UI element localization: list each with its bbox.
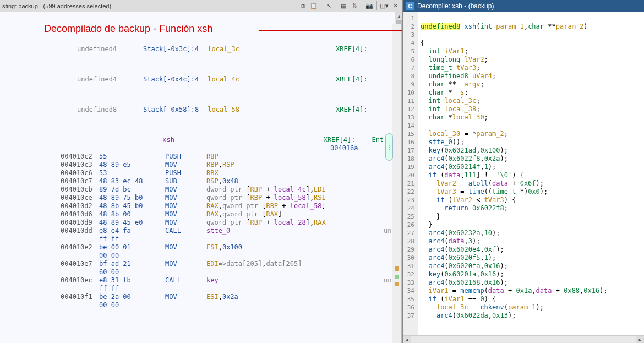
asm-row[interactable]: 00 00 [0,252,400,260]
copy-icon[interactable]: ⧉ [298,1,308,11]
decompile-view[interactable]: 1234567891011121314151617181920212223242… [403,12,644,335]
asm-row[interactable]: 004010d248 8b 45 b0MOVRAX,qword ptr [RBP… [0,202,400,210]
decomp-line[interactable] [421,14,644,23]
open-window-icon[interactable]: ◫▾ [379,1,389,11]
decomp-line[interactable]: arc4(0x6020e4,0xf); [421,246,644,254]
decomp-line[interactable]: arc4(0x602168,0x16); [421,279,644,287]
separator [321,1,321,10]
close-icon[interactable]: ✕ [390,1,400,11]
function-label-row: xshXREF[4]:Entry P [0,136,400,144]
scroll-up-icon[interactable]: ▲ [395,12,402,20]
decomp-line[interactable]: arc4(0x6022da,0x13); [421,312,644,320]
split-handle[interactable]: ⋮ [385,133,393,161]
decomp-line[interactable]: char *local_30; [421,113,644,122]
decomp-line[interactable] [421,31,644,39]
asm-row[interactable]: 60 00 [0,268,400,276]
separator [376,1,377,10]
scroll-left-icon[interactable]: ◀ [403,336,411,343]
asm-row[interactable]: 004010dde8 e4 faCALLstte_0unde [0,227,400,235]
overview-rail[interactable] [392,24,402,343]
decomp-line[interactable]: local_3c = chkenv(param_1); [421,303,644,312]
cursor-icon[interactable]: ↖ [324,1,334,11]
asm-row[interactable]: 004010c653PUSHRBX [0,169,400,177]
decomp-line[interactable]: stte_0(); [421,138,644,146]
decomp-line[interactable]: arc4(0x60214f,1); [421,163,644,171]
scroll-right-icon[interactable]: ▶ [636,336,644,343]
marker [395,266,399,271]
decomp-line[interactable]: time_t tVar3; [421,64,644,72]
decomp-line[interactable]: char **__argv; [421,80,644,89]
decomp-line[interactable]: undefined8 uVar4; [421,72,644,80]
annotation-title: Decompilado de backup - Función xsh [44,23,212,35]
asm-row[interactable]: 004010ece8 31 fbCALLkeyunde [0,276,400,285]
separator [362,1,362,10]
decomp-line[interactable]: key(0x6021ad,0x100); [421,146,644,155]
asm-row[interactable]: 004010e2be 00 01MOVESI,0x100 [0,243,400,252]
c-lang-icon: C [406,2,414,10]
asm-row[interactable]: 004010c748 83 ec 48SUBRSP,0x48 [0,177,400,186]
decomp-line[interactable]: int iVar1; [421,47,644,56]
decomp-line[interactable]: } [421,213,644,221]
listing-titlebar: sting: backup - (599 addresses selected)… [0,0,402,12]
decompile-titlebar: C Decompile: xsh - (backup) [403,0,644,12]
listing-view[interactable]: Decompilado de backup - Función xsh unde… [0,12,402,343]
asm-row[interactable]: 004010c348 89 e5MOVRBP,RSP [0,161,400,169]
listing-prefix: sting: [2,3,18,9]
asm-row[interactable]: 004010d648 8b 00MOVRAX,qword ptr [RAX] [0,210,400,219]
decomp-line[interactable]: return 0x6022f8; [421,204,644,213]
decomp-line[interactable]: iVar1 = memcmp(data + 0x1a,data + 0x88,0… [421,287,644,295]
paste-icon[interactable]: 📋 [309,1,319,11]
decomp-line[interactable]: char *__s; [421,89,644,97]
asm-row[interactable]: 004010c255PUSHRBP [0,153,400,161]
decomp-line[interactable]: if (data[111] != '\0') { [421,171,644,179]
annotation-arrow [259,30,402,31]
decomp-line[interactable]: if (lVar2 < tVar3) { [421,196,644,204]
decomp-line[interactable]: lVar2 = atoll(data + 0x6f); [421,179,644,188]
snapshot-icon[interactable]: 📷 [364,1,374,11]
decomp-line[interactable]: local_30 = *param_2; [421,130,644,138]
listing-var-row: undefined8Stack[-0x58]:8 local_58XREF[4]… [0,106,400,114]
marker [395,275,399,279]
asm-row[interactable]: 00 00 [0,301,400,309]
listing-var-row: undefined4Stack[-0x3c]:4 local_3cXREF[4]… [0,45,400,53]
decomp-line[interactable]: longlong lVar2; [421,56,644,64]
diff-icon[interactable]: ⇅ [350,1,359,11]
decompiled-code[interactable]: undefined8 xsh(int param_1,char **param_… [418,12,644,335]
asm-row[interactable]: ff ff [0,235,400,243]
decomp-line[interactable]: undefined8 xsh(int param_1,char **param_… [421,23,644,31]
asm-row[interactable]: 004010cb89 7d bcMOVdword ptr [RBP + loca… [0,186,400,194]
separator [336,1,336,10]
decomp-line[interactable]: arc4(data,3); [421,237,644,246]
decomp-line[interactable]: key(0x6020fa,0x16); [421,270,644,279]
line-gutter: 1234567891011121314151617181920212223242… [403,12,418,335]
asm-row[interactable]: 004010ce48 89 75 b0MOVqword ptr [RBP + l… [0,194,400,202]
listing-var-row: undefined4Stack[-0x4c]:4 local_4cXREF[4]… [0,75,400,84]
decomp-line[interactable]: int local_3c; [421,97,644,105]
decomp-line[interactable]: { [421,39,644,47]
fields-icon[interactable]: ▦ [339,1,348,11]
decomp-line[interactable]: int local_38; [421,105,644,113]
asm-row[interactable]: 004010d948 89 45 e0MOVqword ptr [RBP + l… [0,219,400,227]
decomp-line[interactable]: arc4(0x6020fa,0x16); [421,262,644,270]
decomp-line[interactable] [421,122,644,130]
decomp-line[interactable]: } [421,221,644,229]
decomp-line[interactable]: if (iVar1 == 0) { [421,295,644,303]
decomp-line[interactable]: arc4(0x60232a,10); [421,229,644,237]
asm-row[interactable]: 004010f1be 2a 00MOVESI,0x2a [0,293,400,301]
decompile-title: Decompile: xsh - (backup) [417,2,494,10]
asm-row[interactable]: 004010e7bf ad 21MOVEDI=>data[205],data[2… [0,260,400,268]
horizontal-scrollbar[interactable]: ◀ ▶ [403,335,644,343]
marker [395,282,399,286]
listing-title: backup - (599 addresses selected) [18,3,111,9]
decomp-line[interactable]: tVar3 = time((time_t *)0x0); [421,188,644,196]
decomp-line[interactable]: arc4(0x6020f5,1); [421,254,644,262]
decomp-line[interactable]: arc4(0x6022f8,0x2a); [421,155,644,163]
asm-row[interactable]: ff ff [0,285,400,293]
